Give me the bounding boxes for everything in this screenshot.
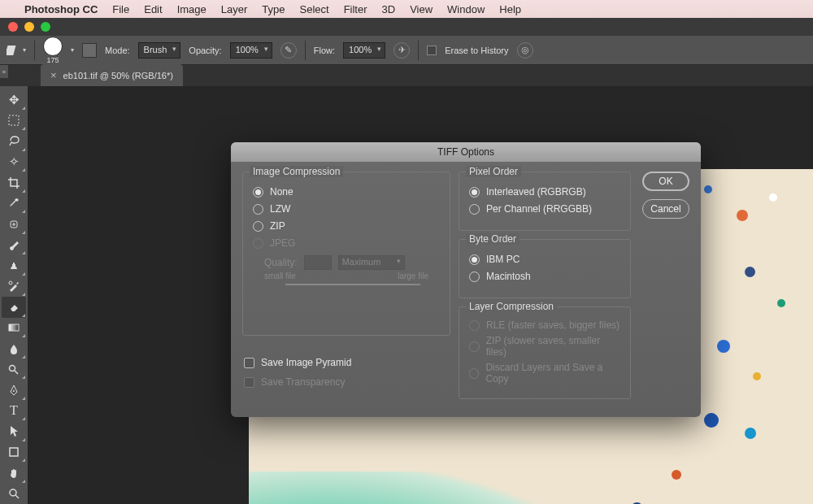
options-bar: ▾ 175 ▾ Mode: Brush Opacity: 100% ✎ Flow… [0, 36, 813, 65]
dialog-title: TIFF Options [231, 142, 701, 162]
erase-history-checkbox[interactable] [427, 46, 437, 55]
zoom-tool-icon[interactable] [2, 484, 26, 505]
byteorder-ibm-radio[interactable]: IBM PC [469, 254, 620, 265]
app-name[interactable]: Photoshop CC [24, 3, 98, 15]
gradient-tool-icon[interactable] [2, 318, 26, 339]
menu-image[interactable]: Image [177, 3, 207, 15]
erase-history-label: Erase to History [445, 46, 508, 55]
document-title: eb101.tif @ 50% (RGB/16*) [63, 71, 173, 80]
svg-rect-7 [10, 448, 18, 456]
brush-size-label: 175 [46, 56, 59, 64]
menu-type[interactable]: Type [262, 3, 285, 15]
quality-label: Quality: [264, 257, 298, 268]
move-tool-icon[interactable]: ✥ [2, 89, 26, 111]
svg-rect-1 [9, 115, 19, 125]
flow-label: Flow: [314, 46, 335, 55]
marquee-tool-icon[interactable] [2, 111, 26, 132]
menu-select[interactable]: Select [299, 3, 328, 15]
type-tool-icon[interactable]: T [2, 401, 26, 422]
byteorder-legend: Byte Order [466, 233, 520, 245]
menu-edit[interactable]: Edit [144, 3, 162, 15]
compression-jpeg-radio: JPEG [253, 237, 440, 249]
menu-3d[interactable]: 3D [382, 3, 396, 15]
layercomp-discard-radio: Discard Layers and Save a Copy [469, 362, 620, 385]
healing-brush-tool-icon[interactable] [2, 214, 26, 235]
layercomp-zip-radio: ZIP (slower saves, smaller files) [469, 335, 620, 358]
compression-legend: Image Compression [250, 166, 343, 177]
cancel-button[interactable]: Cancel [642, 199, 689, 219]
quality-slider [285, 284, 420, 285]
pixelorder-interleaved-radio[interactable]: Interleaved (RGBRGB) [469, 186, 620, 198]
opacity-label: Opacity: [189, 46, 221, 55]
brush-tool-icon[interactable] [2, 235, 26, 256]
document-tab[interactable]: × eb101.tif @ 50% (RGB/16*) [41, 64, 183, 86]
menu-help[interactable]: Help [499, 3, 521, 15]
opacity-dropdown[interactable]: 100% [230, 42, 272, 59]
save-transparency-checkbox: Save Transparency [244, 376, 450, 388]
mode-label: Mode: [105, 46, 130, 55]
compression-zip-radio[interactable]: ZIP [253, 220, 440, 232]
save-pyramid-checkbox[interactable]: Save Image Pyramid [244, 357, 450, 368]
layercomp-rle-radio: RLE (faster saves, bigger files) [469, 319, 620, 331]
hand-tool-icon[interactable] [2, 463, 26, 484]
eyedropper-tool-icon[interactable] [2, 193, 26, 215]
layercomp-legend: Layer Compression [466, 301, 557, 312]
zoom-window-icon[interactable] [41, 22, 50, 32]
menu-filter[interactable]: Filter [344, 3, 367, 15]
close-tab-icon[interactable]: × [50, 69, 57, 81]
svg-point-6 [13, 390, 15, 392]
large-file-label: large file [398, 272, 428, 280]
tool-panel: ✥ ✧ T [0, 86, 28, 504]
menu-layer[interactable]: Layer [221, 3, 248, 15]
brush-preview[interactable]: 175 [43, 37, 63, 64]
close-window-icon[interactable] [8, 22, 18, 32]
tool-preset-picker[interactable]: ▾ [7, 44, 26, 57]
byteorder-mac-radio[interactable]: Macintosh [469, 271, 620, 282]
pixelorder-perchannel-radio[interactable]: Per Channel (RRGGBB) [469, 203, 620, 215]
magic-wand-tool-icon[interactable]: ✧ [2, 152, 26, 173]
menu-window[interactable]: Window [447, 3, 485, 15]
minimize-window-icon[interactable] [24, 22, 34, 32]
svg-point-8 [10, 489, 16, 496]
lasso-tool-icon[interactable] [2, 131, 26, 152]
menu-file[interactable]: File [112, 3, 129, 15]
mode-dropdown[interactable]: Brush [138, 42, 181, 59]
svg-point-3 [9, 281, 12, 285]
pen-tool-icon[interactable] [2, 380, 26, 401]
opacity-pressure-icon[interactable]: ✎ [280, 42, 297, 59]
ok-button[interactable]: OK [642, 172, 689, 191]
svg-rect-0 [7, 46, 15, 55]
pressure-size-icon[interactable]: ◎ [517, 42, 533, 59]
svg-rect-4 [9, 324, 19, 331]
svg-point-5 [10, 366, 15, 371]
quality-preset-dropdown: Maximum [338, 255, 405, 270]
eraser-tool-icon[interactable] [2, 297, 26, 318]
quality-value-input [304, 255, 332, 270]
crop-tool-icon[interactable] [2, 172, 26, 193]
document-tabbar: × eb101.tif @ 50% (RGB/16*) [0, 65, 813, 86]
brush-panel-icon[interactable] [82, 43, 97, 58]
flow-dropdown[interactable]: 100% [343, 42, 385, 59]
dodge-tool-icon[interactable] [2, 359, 26, 380]
small-file-label: small file [264, 272, 296, 280]
macos-menubar: Photoshop CC File Edit Image Layer Type … [0, 0, 813, 18]
compression-none-radio[interactable]: None [253, 186, 440, 198]
airbrush-icon[interactable]: ✈ [393, 42, 410, 59]
pixelorder-legend: Pixel Order [466, 166, 521, 177]
tiff-options-dialog: TIFF Options Image Compression None LZW … [231, 142, 701, 417]
window-controls [0, 18, 813, 36]
path-select-tool-icon[interactable] [2, 421, 26, 442]
shape-tool-icon[interactable] [2, 442, 26, 463]
compression-lzw-radio[interactable]: LZW [253, 203, 440, 215]
panel-expand-icon[interactable]: » [0, 65, 8, 78]
history-brush-tool-icon[interactable] [2, 276, 26, 298]
blur-tool-icon[interactable] [2, 338, 26, 359]
menu-view[interactable]: View [410, 3, 433, 15]
clone-stamp-tool-icon[interactable] [2, 255, 26, 276]
